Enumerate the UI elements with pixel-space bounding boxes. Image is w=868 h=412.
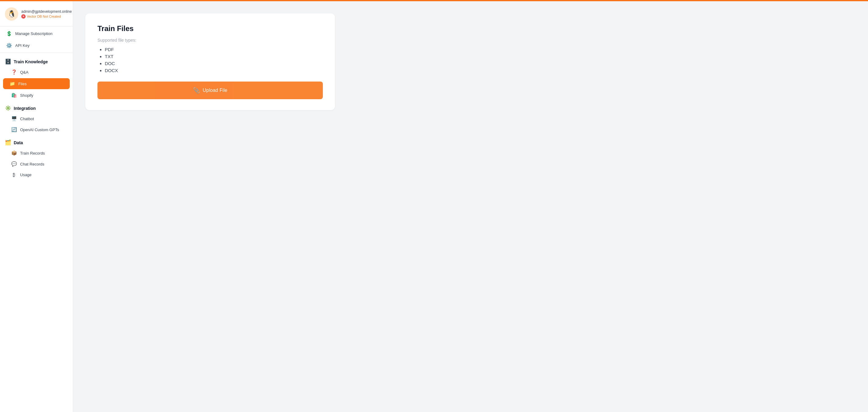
file-type-pdf: PDF: [105, 47, 323, 52]
data-title: Data: [14, 140, 23, 145]
avatar: 🐧: [5, 7, 18, 21]
section-train-knowledge: 🗄️ Train Knowledge: [0, 54, 73, 67]
sidebar-item-manage-subscription[interactable]: 💲 Manage Subscription: [0, 28, 73, 40]
qa-label: Q&A: [20, 70, 28, 74]
shopify-label: Shopify: [20, 93, 33, 98]
profile-email: admin@gptdevelopment.online: [21, 9, 72, 14]
files-label: Files: [18, 81, 27, 86]
sidebar: 🐧 admin@gptdevelopment.online ✕ Vector D…: [0, 1, 73, 412]
chat-records-label: Chat Records: [20, 162, 44, 166]
error-icon: ✕: [21, 14, 26, 19]
sidebar-item-chat-records[interactable]: 💬 Chat Records: [0, 159, 73, 170]
openai-label: OpenAI Custom GPTs: [20, 128, 59, 132]
sidebar-profile: 🐧 admin@gptdevelopment.online ✕ Vector D…: [0, 1, 73, 25]
main-content: Train Files Supported file types: PDF TX…: [73, 1, 868, 412]
profile-info: admin@gptdevelopment.online ✕ Vector DB …: [21, 9, 72, 19]
train-records-label: Train Records: [20, 151, 45, 156]
usage-icon: ₿: [11, 172, 17, 177]
train-files-card: Train Files Supported file types: PDF TX…: [85, 13, 335, 110]
file-type-doc: DOC: [105, 61, 323, 66]
section-integration: ✳️ Integration: [0, 101, 73, 113]
vector-db-status: ✕ Vector DB Not Created: [21, 14, 72, 19]
openai-icon: 🔄: [11, 127, 17, 132]
divider-top: [0, 26, 73, 27]
usage-label: Usage: [20, 173, 32, 177]
train-knowledge-section-icon: 🗄️: [5, 59, 11, 65]
sidebar-item-shopify[interactable]: 🛍️ Shopify: [0, 90, 73, 101]
chatbot-label: Chatbot: [20, 116, 34, 121]
integration-title: Integration: [14, 106, 36, 111]
section-data: 🗂️ Data: [0, 135, 73, 147]
sidebar-item-files[interactable]: 📁 Files: [3, 78, 70, 89]
vector-db-label: Vector DB Not Created: [27, 14, 61, 18]
train-records-icon: 📦: [11, 150, 17, 156]
sidebar-item-usage[interactable]: ₿ Usage: [0, 170, 73, 180]
subscription-icon: 💲: [6, 31, 12, 36]
chatbot-icon: 🖥️: [11, 116, 17, 122]
integration-section-icon: ✳️: [5, 105, 11, 111]
api-key-label: API Key: [15, 43, 30, 48]
upload-file-button[interactable]: 📎 Upload File: [97, 81, 323, 99]
upload-button-label: Upload File: [203, 88, 227, 93]
supported-label: Supported file types:: [97, 38, 323, 43]
upload-icon: 📎: [193, 87, 200, 94]
file-type-txt: TXT: [105, 54, 323, 59]
train-knowledge-title: Train Knowledge: [14, 59, 48, 64]
data-section-icon: 🗂️: [5, 139, 11, 146]
api-key-icon: ⚙️: [6, 43, 12, 48]
sidebar-item-train-records[interactable]: 📦 Train Records: [0, 147, 73, 159]
manage-subscription-label: Manage Subscription: [15, 31, 52, 36]
divider-mid: [0, 53, 73, 53]
card-title: Train Files: [97, 24, 323, 33]
shopify-icon: 🛍️: [11, 93, 17, 98]
files-icon: 📁: [9, 81, 15, 87]
file-types-list: PDF TXT DOC DOCX: [97, 47, 323, 73]
sidebar-item-qa[interactable]: ❓ Q&A: [0, 67, 73, 78]
chat-records-icon: 💬: [11, 161, 17, 167]
qa-icon: ❓: [11, 69, 17, 75]
sidebar-item-chatbot[interactable]: 🖥️ Chatbot: [0, 113, 73, 124]
sidebar-item-api-key[interactable]: ⚙️ API Key: [0, 40, 73, 52]
sidebar-item-openai-custom-gpts[interactable]: 🔄 OpenAI Custom GPTs: [0, 124, 73, 135]
file-type-docx: DOCX: [105, 68, 323, 73]
